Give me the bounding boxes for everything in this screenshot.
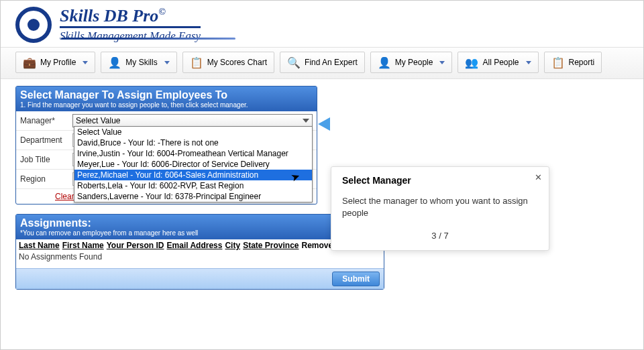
nav-my-skills[interactable]: 👤 My Skills — [101, 52, 176, 73]
tooltip-title: Select Manager — [342, 175, 538, 186]
tooltip-body: Select the manager to whom you want to a… — [342, 195, 538, 219]
panel-hint: 1. Find the manager you want to assign p… — [20, 101, 313, 109]
nav-my-profile[interactable]: 💼 My Profile — [15, 52, 95, 73]
column-header[interactable]: State Province — [243, 241, 299, 250]
nav-all-people[interactable]: 👥 All People — [458, 52, 538, 73]
column-header[interactable]: Last Name — [19, 241, 60, 250]
region-label: Region — [16, 172, 68, 186]
nav-label: Reporti — [569, 58, 595, 67]
manager-label: Manager* — [16, 113, 68, 128]
manager-option[interactable]: Roberts,Lela - Your Id: 6002-RVP, East R… — [74, 180, 312, 191]
submit-button[interactable]: Submit — [332, 272, 380, 286]
main-content: Select Manager To Assign Employees To 1.… — [1, 79, 643, 296]
column-header[interactable]: Your Person ID — [107, 241, 164, 250]
nav-label: My People — [395, 58, 433, 67]
people-icon: 👥 — [465, 56, 478, 69]
clipboard-icon: 📋 — [551, 56, 565, 69]
manager-option[interactable]: Irvine,Justin - Your Id: 6004-Promeathea… — [74, 148, 312, 159]
chevron-down-icon — [303, 119, 309, 123]
app-header: Skills DB Pro© Skills Management Made Ea… — [1, 1, 643, 47]
department-label: Department — [16, 133, 68, 148]
assignments-empty: No Assignments Found — [19, 250, 381, 266]
brand-logo-icon — [15, 7, 52, 43]
main-nav: 💼 My Profile 👤 My Skills 📋 My Scores Cha… — [1, 47, 643, 79]
clipboard-icon: 📋 — [190, 56, 203, 69]
manager-option[interactable]: Select Value — [74, 127, 312, 137]
panel-header: Assignments: *You can remove an employee… — [16, 215, 384, 239]
person-icon: 👤 — [378, 56, 391, 69]
person-icon: 👤 — [108, 56, 121, 69]
brand-title: Skills DB Pro© — [60, 6, 201, 26]
nav-label: Find An Expert — [305, 58, 358, 67]
manager-option[interactable]: Perez,Michael - Your Id: 6064-Sales Admi… — [74, 170, 312, 180]
nav-my-scores-chart[interactable]: 📋 My Scores Chart — [182, 52, 274, 73]
chevron-down-icon — [83, 61, 88, 64]
nav-my-people[interactable]: 👤 My People — [370, 52, 453, 73]
chevron-down-icon — [164, 61, 170, 64]
manager-dropdown[interactable]: Select ValueDavid,Bruce - Your Id: -Ther… — [74, 126, 313, 202]
manager-option[interactable]: Meyer,Lue - Your Id: 6006-Director of Se… — [74, 159, 312, 170]
nav-label: My Scores Chart — [207, 58, 267, 67]
nav-label: My Skills — [125, 58, 157, 67]
column-header[interactable]: City — [225, 241, 240, 250]
nav-label: All People — [482, 58, 519, 67]
tooltip-step: 3 / 7 — [342, 231, 538, 241]
assignments-panel: Assignments: *You can remove an employee… — [15, 214, 384, 290]
manager-option[interactable]: Sanders,Laverne - Your Id: 6378-Principa… — [74, 191, 312, 202]
brand-underline — [61, 38, 235, 44]
chevron-down-icon — [526, 61, 531, 64]
select-manager-panel: Select Manager To Assign Employees To 1.… — [15, 86, 317, 205]
search-icon: 🔍 — [287, 56, 301, 69]
panel-header: Select Manager To Assign Employees To 1.… — [16, 86, 317, 111]
help-tooltip: ✕ Select Manager Select the manager to w… — [331, 166, 549, 251]
panel-title: Assignments: — [20, 217, 380, 229]
jobtitle-label: Job Title — [16, 152, 68, 167]
chevron-down-icon — [439, 61, 445, 64]
assignments-columns: Last NameFirst NameYour Person IDEmail A… — [19, 241, 381, 250]
clear-link[interactable]: Clear — [20, 192, 74, 201]
briefcase-icon: 💼 — [23, 56, 36, 69]
panel-body: Manager* Select Value Department Job Tit… — [16, 111, 317, 204]
panel-title: Select Manager To Assign Employees To — [20, 89, 313, 101]
close-icon[interactable]: ✕ — [535, 172, 542, 182]
manager-option[interactable]: David,Bruce - Your Id: -There is not one — [74, 137, 312, 148]
panel-hint: *You can remove an employee from a manag… — [20, 229, 380, 237]
column-header[interactable]: First Name — [62, 241, 104, 250]
nav-find-expert[interactable]: 🔍 Find An Expert — [280, 52, 365, 73]
nav-label: My Profile — [40, 58, 76, 67]
manager-select[interactable]: Select Value — [72, 114, 313, 127]
column-header[interactable]: Email Address — [167, 241, 223, 250]
manager-select-value: Select Value — [76, 116, 121, 125]
tooltip-pointer-icon — [318, 117, 330, 131]
nav-reporting[interactable]: 📋 Reporti — [544, 52, 602, 73]
column-header: Remove — [302, 241, 333, 250]
